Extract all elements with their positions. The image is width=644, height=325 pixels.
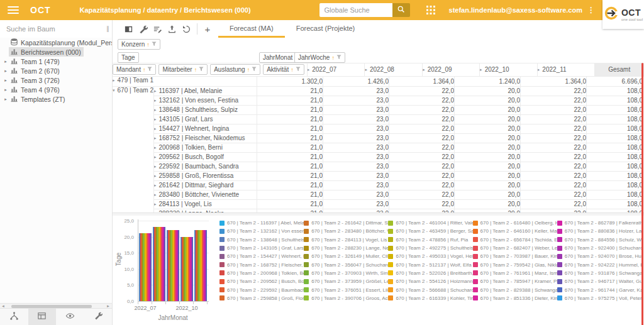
filter-funnel-icon[interactable] [147,66,152,73]
settings-button[interactable] [84,309,113,325]
legend-item[interactable]: 670 | Team 2 - 862789 | Falkenrath, Frin… [557,219,641,227]
filter-funnel-icon[interactable] [296,66,301,73]
employee-cell[interactable]: ▸283480 | Böttcher, Vivienette [153,190,257,199]
legend-item[interactable]: 670 | Team 2 - 168752 | Fleischer, Nikod… [219,260,304,268]
expand-column-icon[interactable]: ▸ [423,67,425,72]
expand-column-icon[interactable]: ▸ [365,67,367,72]
legend-item[interactable]: 670 | Team 2 - 554126 | Holzmann, Tebbe [388,277,472,285]
column-header-2022_09[interactable]: ▸2022_09 [423,63,480,77]
expand-row-icon[interactable]: ▸ [154,107,157,112]
hierarchy-view-button[interactable] [0,309,28,325]
legend-item[interactable]: 670 | Team 2 - 259858 | Groß, Florentiss… [219,294,304,302]
history-icon[interactable] [179,22,193,36]
add-tab-button[interactable]: + [201,24,214,35]
legend-item[interactable]: 670 | Team 2 - 703987 | Bauer, Kim [473,252,557,260]
legend-item[interactable]: 670 | Team 2 - 229592 | Baumbach, Sandra [219,285,304,294]
employee-cell[interactable]: ▸200968 | Tolkien, Berni [153,143,257,152]
expand-arrow-icon[interactable]: ▸ [3,69,9,74]
legend-item[interactable]: 670 | Team 2 - 931876 | Schwangau, Huber… [557,269,641,277]
expand-row-icon[interactable]: ▸ [154,89,157,93]
expand-row-icon[interactable]: ▸ [154,145,157,150]
legend-item[interactable]: 670 | Team 2 - 851336 | Dieter, Kim [473,294,557,302]
legend-item[interactable]: 670 | Team 2 - 884556 | Schulz, Wika [557,236,641,244]
legend-item[interactable]: 670 | Team 2 - 924070 | Brose, Hubertine [557,252,641,260]
hamburger-menu-icon[interactable] [8,6,19,14]
legend-item[interactable]: 670 | Team 2 - 376051 | Essert, Lilent [304,285,388,294]
legend-item[interactable]: 670 | Team 2 - 522026 | Breitbarth, Anna… [388,269,472,277]
tab-forecast-projekte-[interactable]: Forecast (Projekte) [285,20,367,38]
legend-item[interactable]: 670 | Team 2 - 946717 | Walter, Gunhild [557,277,641,285]
legend-item[interactable]: 670 | Team 2 - 880836 | Holzer, Lambert [557,227,641,235]
preview-button[interactable] [56,309,84,325]
expand-row-icon[interactable]: ▸ [154,164,157,168]
upload-icon[interactable] [165,22,179,36]
legend-item[interactable]: 670 | Team 2 - 924222 | Hummel, Erwine [557,260,641,268]
legend-item[interactable]: 670 | Team 2 - 390706 | Groos, Achime [304,294,388,302]
expand-row-icon[interactable]: ▸ [154,98,157,102]
expand-column-icon[interactable]: ▸ [538,67,540,72]
legend-item[interactable]: 670 | Team 2 - 566688 | Schuchardt, Math… [388,285,472,294]
legend-item[interactable]: 670 | Team 2 - 785947 | Kramer, Pia [473,277,557,285]
legend-item[interactable]: 670 | Team 2 - 682407 | Weber, Leamara [473,244,557,252]
expand-row-icon[interactable]: ▸ [154,192,157,197]
expand-arrow-icon[interactable]: ▸ [3,87,9,92]
apps-grid-icon[interactable] [426,6,435,14]
legend-item[interactable]: 670 | Team 2 - 759542 | Glas, Niklas [473,260,557,268]
tree-item-team-2-670-[interactable]: ▸Team 2 (670) [0,66,112,75]
column-header-2022_07[interactable]: ▸2022_07 [307,63,365,77]
legend-item[interactable]: 670 | Team 2 - 143105 | Graf, Lars [219,244,304,252]
legend-item[interactable]: 670 | Team 2 - 512137 | Wolf, Elfa [388,260,472,268]
legend-item[interactable]: 670 | Team 2 - 646160 | Keller, Matthes [473,227,557,235]
legend-item[interactable]: 670 | Team 2 - 656784 | Tschida, Edburga [473,236,557,244]
column-header-2022_08[interactable]: ▸2022_08 [365,63,423,77]
tree-item-team-1-479-[interactable]: ▸Team 1 (479) [0,57,112,66]
expand-arrow-icon[interactable]: ▸ [3,97,9,102]
employee-cell[interactable]: ▸143105 | Graf, Lars [153,114,257,124]
layout-panel-icon[interactable] [121,22,135,36]
legend-item[interactable]: 670 | Team 2 - 922400 | Schuchardt, Hilt… [557,244,641,252]
expand-row-icon[interactable]: ▸ [154,155,157,159]
legend-item[interactable]: 670 | Team 2 - 370903 | Wirth, Sintje [304,269,388,277]
legend-item[interactable]: 670 | Team 2 - 829388 | Schwangau, Lale [473,285,557,294]
employee-cell[interactable]: ▸209562 | Busch, Bogolf [153,152,257,162]
legend-item[interactable]: 670 | Team 2 - 288230 | Lange, Neeke [304,244,388,252]
legend-item[interactable]: 670 | Team 2 - 463459 | Berger, Saven [388,227,472,235]
expand-row-icon[interactable]: ▸ [154,136,157,140]
legend-item[interactable]: 670 | Team 2 - 495033 | Vogel, Heinold [388,252,472,260]
table-view-button[interactable] [28,309,57,325]
scrollbar-thumb[interactable] [11,305,92,308]
global-search-input[interactable] [319,3,392,17]
field-chip-auslastung[interactable]: Auslastung↑ [210,64,260,75]
filter-funnel-icon[interactable] [152,41,157,48]
overflow-menu-icon[interactable]: ⋮ [587,6,595,14]
legend-item[interactable]: 670 | Team 2 - 138648 | Schultheiss, Sul… [219,236,304,244]
field-chip-mitarbeiter[interactable]: Mitarbeiter↑ [158,64,208,75]
employee-cell[interactable]: ▸229592 | Baumbach, Sandra [153,162,257,171]
value-chip-tage[interactable]: Tage [118,52,139,63]
expand-row-icon[interactable]: ▸ [113,78,115,82]
legend-item[interactable]: 670 | Team 2 - 356047 | Schuchardt, Herm… [304,260,388,268]
legend-item[interactable]: 670 | Team 2 - 326149 | Muller, Cilli [304,252,388,260]
legend-item[interactable]: 670 | Team 2 - 283480 | Böttcher, Vivien… [304,227,388,235]
tree-item-team-3-726-[interactable]: ▸Team 3 (726) [0,75,112,85]
column-header-2022_11[interactable]: ▸2022_11 [537,63,595,77]
search-button[interactable] [392,3,410,17]
legend-item[interactable]: 670 | Team 2 - 478856 | Ruf, Pia [388,236,472,244]
employee-cell[interactable]: ▸168752 | Fleischer, Nikodemus [153,133,257,143]
tree-item-templates-zt-[interactable]: ▸Templates (ZT) [0,94,112,104]
legend-item[interactable]: 670 | Team 2 - 461004 | Ritter, Valentin… [388,219,472,227]
legend-item[interactable]: 670 | Team 2 - 154427 | Wehnert, Ingina [219,252,304,260]
column-chip-jahrwoche[interactable]: JahrWoche ↑ [294,52,345,63]
employee-cell[interactable]: ▸116397 | Abel, Melanie [153,86,257,96]
employee-cell[interactable]: ▸259858 | Groß, Florentissa [153,171,257,180]
tree-item-kapazit-tsplanung-modul-pers[interactable]: Kapazitätsplanung (Modul_Personalkapazit… [0,38,112,47]
expand-arrow-icon[interactable]: ▸ [3,78,9,83]
employee-cell[interactable]: ▸138648 | Schultheiss, Sulpiz [153,105,257,114]
field-chip-aktivitt[interactable]: Aktivität↑ [263,64,304,75]
tab-forecast-ma-[interactable]: Forecast (MA) [218,20,285,38]
legend-item[interactable]: 670 | Team 2 - 616339 | Kohler, Tim [388,294,472,302]
expand-row-icon[interactable]: ▸ [154,174,157,178]
filter-chip-konzern[interactable]: Konzern ↑ [118,39,160,50]
expand-column-icon[interactable]: ▸ [480,67,482,72]
expand-row-icon[interactable]: ▸ [154,183,157,187]
